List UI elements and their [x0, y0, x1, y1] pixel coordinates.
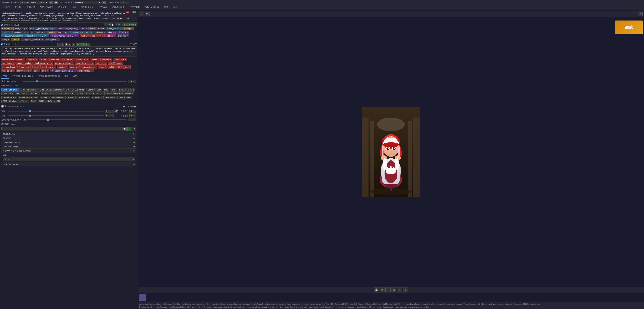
neg-tag-mutilated[interactable]: mutilated ✕: [100, 58, 112, 61]
tab-kuozhan[interactable]: 扩展: [171, 5, 180, 10]
sampler-dpm2msde-exp[interactable]: DPM++ 2M SDE Exponential: [38, 88, 64, 92]
gen-tab-embedding[interactable]: 嵌入式 (T.I. Embedding): [9, 74, 35, 78]
sampler-lms-karras[interactable]: LMS Karras: [90, 96, 103, 99]
sampler-euler-a[interactable]: Euler a: [86, 88, 94, 92]
sampler-dpm2m[interactable]: DPM++ 2M: [15, 92, 27, 95]
neg-tag-deformed[interactable]: deformed ✕: [50, 58, 62, 61]
tab-tutu[interactable]: 图生图: [13, 5, 24, 10]
neg-tag-cartoon[interactable]: cartoon (卡通) ✕: [108, 65, 124, 69]
zoom-btn[interactable]: 🔍: [145, 12, 150, 16]
copy-btn[interactable]: ⧉: [380, 287, 385, 292]
neg-tag-frame[interactable]: frame ✕: [98, 65, 107, 69]
tag-lora-chinesedoll[interactable]: <lora:LORAChinese Doll_chinesedolliliken…: [1, 34, 49, 38]
neg-tag-out-of-frame[interactable]: out of frame ✕: [113, 58, 127, 61]
tag-lora-moxin[interactable]: <lora:Moxin_10.0.2:> ✕: [107, 31, 129, 34]
tag-sitting[interactable]: sitting on floor ✕: [30, 31, 46, 34]
prompt-enable-checkbox[interactable]: [1, 24, 3, 26]
gen-tab-lora[interactable]: Lora: [71, 74, 79, 78]
gen-tab-generate[interactable]: 生成: [1, 74, 9, 78]
neg-tag-ugly[interactable]: ugly ✕: [32, 69, 40, 72]
lora-block-weight2-header[interactable]: LoRA Block Weight ▶: [2, 162, 136, 166]
neg-tag-blurry[interactable]: blurry ✕: [16, 69, 25, 72]
width-value[interactable]: [105, 110, 114, 113]
neg-tag-long-neck[interactable]: long neck ✕: [20, 65, 32, 69]
neg-tag-wrinkles[interactable]: wrinkles Deformed eyes ✕: [1, 58, 25, 61]
sampler-lcm[interactable]: LCM: [54, 100, 61, 103]
tab-shezhi[interactable]: 设置: [162, 5, 171, 10]
clip-input[interactable]: [120, 1, 129, 4]
tags-icon-paste[interactable]: 📋: [111, 23, 114, 26]
neg-tag-extra-legs[interactable]: extra legs ✕: [94, 62, 107, 65]
neg-add-keyword-btn[interactable]: 添加人新天键词: [76, 42, 90, 46]
seed-recycle-btn[interactable]: ♻: [127, 127, 132, 131]
tab-moxuigongju[interactable]: 模型工具箱: [127, 5, 142, 10]
sampler-ddim[interactable]: DDIM: [30, 100, 37, 103]
tab-wutuyu[interactable]: 无边图像浏览: [79, 5, 96, 10]
refiner-collapse-btn[interactable]: ▶: [134, 105, 136, 108]
sampler-dpmsde-karras[interactable]: DPM++ SDE Karras: [19, 88, 38, 92]
controlnet-header[interactable]: ControlNet v1.1.410 ▶: [2, 140, 136, 144]
neg-tag-extra-hand[interactable]: extra hand:1.4 ✕: [78, 69, 94, 72]
tags-icon-copy[interactable]: ⧉: [108, 23, 110, 26]
sampler-unipc[interactable]: UniPC: [46, 100, 54, 103]
tab-pnginfo[interactable]: PNG 图片信息: [38, 5, 56, 10]
lora-block-weight-header[interactable]: LoRA Block Weight ▶: [2, 144, 136, 148]
neg-tag-morbid[interactable]: morbid ✕: [90, 58, 100, 61]
sampler-dpm-adaptive[interactable]: DPM adaptive: [76, 96, 90, 99]
save-btn[interactable]: 💾: [374, 287, 379, 292]
steps-slider[interactable]: [23, 81, 127, 82]
neg-tag-cross-eye[interactable]: cross-eye ✕: [68, 65, 81, 69]
sampler-dpm3msde-karras[interactable]: DPM++ 3M SDE Karras: [18, 96, 39, 99]
neg-tag-canvas[interactable]: canvas frame ✕: [82, 65, 97, 69]
sampler-euler[interactable]: Euler: [95, 88, 102, 92]
tag-pray[interactable]: pray:1.2 ✕: [1, 31, 12, 34]
model-select[interactable]: AbyssOrangeMix2_sfw.ckpt [f75b19923f]: [20, 1, 48, 4]
neg-tag-extra-fingers[interactable]: extra fingers ✕: [1, 62, 16, 65]
tab-wd14[interactable]: WD 1.4 标签器: [143, 5, 161, 10]
sampler-dpm-fast[interactable]: DPM fast: [66, 96, 76, 99]
sampler-dpm2m-karras[interactable]: DPM++ 2M Karras: [2, 88, 19, 92]
neg-icon-copy[interactable]: ⧉: [61, 42, 64, 46]
tag-best-quality[interactable]: best_quality ✕: [14, 27, 28, 30]
neg-icon-refresh[interactable]: ↻: [57, 42, 60, 46]
trash-btn[interactable]: 🗑: [391, 287, 396, 292]
hires-checkbox[interactable]: [2, 105, 4, 108]
neg-tag-old[interactable]: old ✕: [25, 69, 32, 72]
tag-lora-rosaria[interactable]: <lora:rosaria_anything_v4.0.95:> ✕: [56, 27, 88, 30]
send-to-img2img-btn[interactable]: →: [386, 287, 390, 292]
sampler-dpmsde[interactable]: DPM++ SDE: [27, 92, 40, 95]
tag-looking2[interactable]: looking up ✕: [94, 31, 106, 34]
sampler-plms[interactable]: PLMS: [38, 100, 45, 103]
tag-church[interactable]: church ✕: [46, 31, 56, 34]
sampler-dpm2-karras[interactable]: DPM2 Karras: [103, 96, 117, 99]
neg-tag-tiling[interactable]: tiling ✕: [32, 65, 41, 69]
add-keyword-btn[interactable]: 添加人新天键词: [122, 23, 137, 26]
neg-tag-weird-colors[interactable]: weird colors ✕: [1, 69, 15, 72]
tag-after-zoom[interactable]: [after]zoom_enhance... ✕: [21, 38, 44, 41]
download-btn[interactable]: ↓: [403, 287, 408, 292]
tag-x-illustration[interactable]: ✕: [11, 28, 12, 30]
neg-tag-extra-limbs[interactable]: extra limbs ✕: [62, 58, 76, 61]
sampler-dpm2[interactable]: DPM2: [118, 88, 126, 92]
thumbnail-1[interactable]: [139, 294, 146, 301]
negative-prompt-textarea[interactable]: wrinkles Deformed eyes,(disfigured),(bad…: [1, 46, 137, 57]
neg-tag-poorly-drawn-hands[interactable]: poorly drawn hands ✕: [54, 62, 74, 65]
batch-size-value[interactable]: [130, 114, 136, 117]
tab-xunlian[interactable]: 训练: [70, 5, 78, 10]
neg-tag-mutated-hands[interactable]: mutated hands ✕: [16, 62, 33, 65]
gen-tab-model[interactable]: 模型: [62, 74, 70, 78]
model-refresh-btn[interactable]: ↻: [49, 1, 53, 4]
tag-headdress[interactable]: headdress ✕: [103, 34, 116, 38]
expand-btn[interactable]: ⤢: [139, 12, 144, 16]
neg-icon-sort[interactable]: ⇅: [72, 42, 75, 46]
tag-illustration[interactable]: illustration ✕: [1, 27, 14, 30]
tag-looking[interactable]: looking up ✕: [57, 31, 70, 34]
seed-dice-btn[interactable]: 🎲: [122, 127, 127, 131]
neg-tag-poorly-drawn-eyes[interactable]: poorly drawn eyes ✕: [33, 62, 53, 65]
neg-enable-checkbox[interactable]: [1, 43, 3, 45]
sampler-dpm3msde-exp[interactable]: DPM++ 3M SDE Exponential: [40, 96, 65, 99]
height-value[interactable]: [105, 114, 114, 117]
tiled-diffusion-header[interactable]: Tiled Diffusion ▶: [2, 132, 136, 136]
seed-input[interactable]: [2, 127, 122, 130]
tags-icon-clear[interactable]: ✕: [115, 23, 118, 26]
